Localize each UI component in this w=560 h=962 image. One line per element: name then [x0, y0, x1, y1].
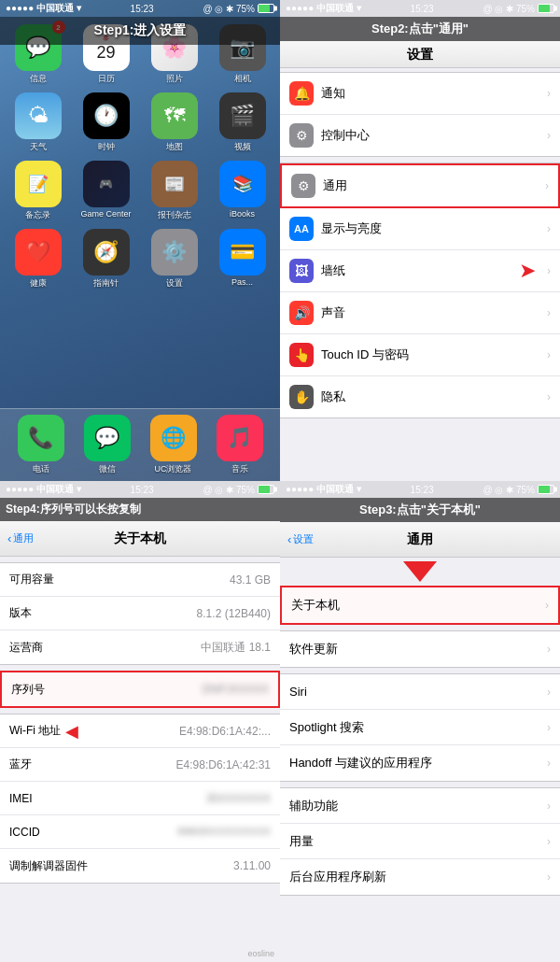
general-row-handoff[interactable]: Handoff 与建议的应用程序 ›: [280, 745, 560, 781]
general-row-siri[interactable]: Siri ›: [280, 674, 560, 710]
app-videos[interactable]: 🎬 视频: [212, 92, 273, 153]
info-row-bluetooth: 蓝牙 E4:98:D6:1A:42:31: [0, 748, 280, 782]
general-icon: ⚙: [291, 174, 315, 198]
dock: 📞 电话 💬 微信 🌐 UC浏览器 🎵 音乐: [0, 408, 280, 481]
dock-phone[interactable]: 📞 电话: [18, 415, 64, 475]
serial-section: 序列号 DNPJXXXXX: [0, 671, 280, 708]
settings-title: 设置: [280, 41, 560, 68]
settings-screen: ●●●●● 中国联通 ▾ 15:23 @ ◎ ✱ 75% Step2:点击"通用…: [280, 0, 560, 481]
wallpaper-icon: 🖼: [289, 259, 314, 283]
general-rows-list: 软件更新 ›: [280, 630, 560, 668]
info-row-capacity: 可用容量 43.1 GB: [0, 563, 280, 597]
info-row-version: 版本 8.1.2 (12B440): [0, 597, 280, 630]
general-section-3: 辅助功能 › 用量 › 后台应用程序刷新 ›: [280, 787, 560, 896]
settings-row-privacy[interactable]: ✋ 隐私 ›: [280, 376, 560, 417]
step3-banner: Step3:点击"关于本机": [280, 498, 560, 522]
step2-banner: Step2:点击"通用": [280, 17, 560, 41]
red-arrow-q2: ➤: [519, 259, 536, 283]
general-settings-screen: ●●●●● 中国联通 ▾ 15:23 @ ◎ ✱ 75% Step3:点击"关于…: [280, 481, 560, 962]
info-row-modem: 调制解调器固件 3.11.00: [0, 849, 280, 883]
privacy-icon: ✋: [289, 385, 314, 409]
battery-icon-q3: [258, 485, 274, 494]
battery-q1: @ ◎ ✱ 75%: [203, 4, 274, 14]
settings-row-general[interactable]: ⚙ 通用 ›: [280, 163, 560, 208]
back-button-q4[interactable]: ‹ 设置: [287, 532, 314, 546]
carrier-q1: ●●●●● 中国联通 ▾: [6, 2, 81, 15]
general-row-update[interactable]: 软件更新 ›: [280, 631, 560, 667]
about-info-list: 可用容量 43.1 GB 版本 8.1.2 (12B440) 运营商 中国联通 …: [0, 562, 280, 665]
touchid-icon: 👆: [289, 343, 314, 367]
info-row-serial[interactable]: 序列号 DNPJXXXXX: [2, 672, 278, 706]
app-notes[interactable]: 📝 备忘录: [7, 161, 68, 221]
step1-banner: Step1:进入设置: [0, 17, 280, 45]
battery-q3: @ ◎ ✱ 75%: [203, 485, 274, 495]
sounds-icon: 🔊: [289, 301, 314, 325]
step4-banner: Step4:序列号可以长按复制: [0, 498, 280, 521]
about-phone-screen: ●●●●● 中国联通 ▾ 15:23 @ ◎ ✱ 75% Step4:序列号可以…: [0, 481, 280, 962]
status-bar-q4: ●●●●● 中国联通 ▾ 15:23 @ ◎ ✱ 75%: [280, 481, 560, 498]
watermark: eosline: [247, 949, 274, 958]
dock-wechat[interactable]: 💬 微信: [84, 415, 131, 475]
status-bar-q3: ●●●●● 中国联通 ▾ 15:23 @ ◎ ✱ 75%: [0, 481, 280, 498]
settings-row-wallpaper[interactable]: 🖼 墙纸 ➤ ›: [280, 250, 560, 292]
carrier-q3: ●●●●● 中国联通 ▾: [6, 483, 81, 496]
general-section-2: Siri › Spotlight 搜索 › Handoff 与建议的应用程序 ›: [280, 673, 560, 782]
general-row-background[interactable]: 后台应用程序刷新 ›: [280, 859, 560, 895]
settings-row-touchid[interactable]: 👆 Touch ID 与密码 ›: [280, 334, 560, 376]
general-row-accessibility[interactable]: 辅助功能 ›: [280, 788, 560, 824]
battery-q4: @ ◎ ✱ 75%: [483, 485, 554, 495]
red-down-arrow: [403, 561, 437, 582]
back-button-q3[interactable]: ‹ 通用: [7, 531, 34, 545]
app-newsstand[interactable]: 📰 报刊杂志: [144, 161, 204, 221]
time-q3: 15:23: [131, 485, 154, 495]
general-row-about[interactable]: 关于本机 ›: [282, 587, 558, 623]
app-compass[interactable]: 🧭 指南针: [76, 229, 136, 290]
display-icon: AA: [289, 217, 314, 241]
time-q1: 15:23: [131, 4, 154, 14]
time-q4: 15:23: [411, 485, 434, 495]
settings-row-display[interactable]: AA 显示与亮度 ›: [280, 208, 560, 250]
settings-row-notifications[interactable]: 🔔 通知 ›: [280, 73, 560, 115]
app-clock[interactable]: 🕐 时钟: [76, 92, 136, 153]
app-passbook[interactable]: 💳 Pas...: [212, 229, 273, 290]
dock-music[interactable]: 🎵 音乐: [217, 415, 263, 475]
battery-icon: [258, 4, 274, 13]
battery-icon-q4: [538, 485, 554, 494]
app-ibooks[interactable]: 📚 iBooks: [212, 161, 273, 221]
red-arrow-q3: ◀: [65, 721, 78, 742]
status-bar-q1: ●●●●● 中国联通 ▾ 15:23 @ ◎ ✱ 75%: [0, 0, 280, 17]
about-title: 关于本机: [114, 531, 166, 547]
app-maps[interactable]: 🗺 地图: [144, 92, 204, 153]
home-screen: ●●●●● 中国联通 ▾ 15:23 @ ◎ ✱ 75% 💬 2 信息 泰 29…: [0, 0, 280, 481]
controlcenter-icon: ⚙: [289, 123, 314, 148]
carrier-q4: ●●●●● 中国联通 ▾: [286, 483, 361, 496]
status-bar-q2: ●●●●● 中国联通 ▾ 15:23 @ ◎ ✱ 75%: [280, 0, 560, 17]
info-row-wifi: Wi-Fi 地址 ◀ E4:98:D6:1A:42:...: [0, 714, 280, 748]
app-settings[interactable]: ⚙️ 设置: [144, 229, 204, 290]
about-row-highlighted: 关于本机 ›: [280, 586, 560, 625]
app-gamecenter[interactable]: 🎮 Game Center: [76, 161, 136, 221]
settings-section-2: ⚙ 通用 › AA 显示与亮度 › 🖼 墙纸 ➤ › 🔊 声音 ›: [280, 163, 560, 418]
general-title: 通用: [407, 531, 433, 548]
battery-icon-q2: [538, 4, 554, 13]
more-info-list: Wi-Fi 地址 ◀ E4:98:D6:1A:42:... 蓝牙 E4:98:D…: [0, 714, 280, 884]
info-row-iccid: ICCID 898600XXXXXXXXXX: [0, 815, 280, 849]
app-weather[interactable]: 🌤 天气: [7, 92, 68, 153]
time-q2: 15:23: [411, 4, 434, 14]
app-grid: 💬 2 信息 泰 29 日历 🌸 照片 📷 相机: [0, 17, 280, 297]
carrier-q2: ●●●●● 中国联通 ▾: [286, 2, 361, 15]
notifications-icon: 🔔: [289, 81, 314, 106]
about-nav: ‹ 通用 关于本机: [0, 521, 280, 557]
dock-uc[interactable]: 🌐 UC浏览器: [150, 415, 197, 475]
general-row-spotlight[interactable]: Spotlight 搜索 ›: [280, 710, 560, 745]
battery-q2: @ ◎ ✱ 75%: [483, 4, 554, 14]
app-health[interactable]: ❤️ 健康: [7, 229, 68, 290]
general-nav: ‹ 设置 通用: [280, 522, 560, 558]
general-row-usage[interactable]: 用量 ›: [280, 824, 560, 859]
settings-section-1: 🔔 通知 › ⚙ 控制中心 ›: [280, 72, 560, 157]
info-row-imei: IMEI 35XXXXXXX: [0, 782, 280, 815]
info-row-carrier: 运营商 中国联通 18.1: [0, 630, 280, 664]
down-arrow-area: [280, 558, 560, 586]
settings-row-controlcenter[interactable]: ⚙ 控制中心 ›: [280, 115, 560, 156]
settings-row-sounds[interactable]: 🔊 声音 ›: [280, 292, 560, 334]
